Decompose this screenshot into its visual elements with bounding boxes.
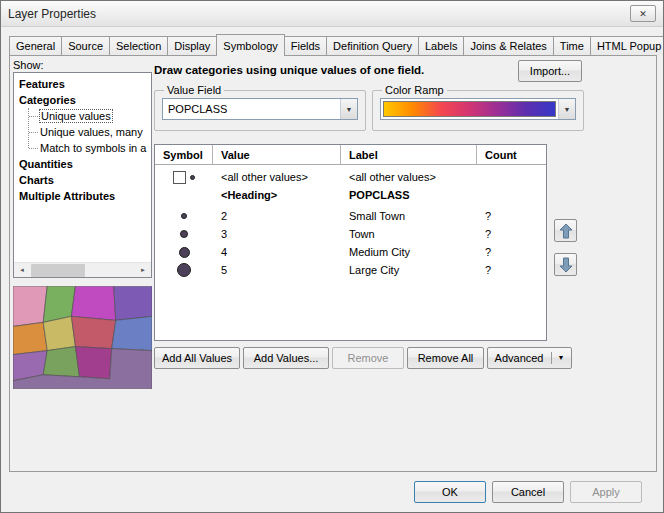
move-down-button[interactable]: [554, 253, 577, 276]
value-cell[interactable]: 2: [213, 210, 341, 222]
apply-button[interactable]: Apply: [570, 481, 642, 503]
tab-selection[interactable]: Selection: [109, 36, 168, 55]
show-tree: Features Categories Unique values Unique…: [14, 73, 151, 204]
scroll-left-icon[interactable]: ◄: [14, 263, 30, 278]
count-cell: ?: [477, 264, 546, 276]
column-header-value[interactable]: Value: [213, 145, 341, 164]
cancel-button[interactable]: Cancel: [492, 481, 564, 503]
label-cell[interactable]: Medium City: [341, 246, 477, 258]
scroll-right-icon[interactable]: ►: [135, 263, 151, 278]
tree-item-unique-values[interactable]: Unique values: [19, 108, 151, 124]
all-other-values-checkbox[interactable]: [173, 171, 186, 184]
tab-display[interactable]: Display: [167, 36, 217, 55]
tab-html-popup[interactable]: HTML Popup: [590, 36, 664, 55]
tab-general[interactable]: General: [9, 36, 62, 55]
label-cell[interactable]: Large City: [341, 264, 477, 276]
tab-source[interactable]: Source: [61, 36, 110, 55]
show-label: Show:: [13, 59, 44, 71]
table-row-heading[interactable]: <Heading> POPCLASS: [155, 186, 546, 204]
table-row-2[interactable]: 2 Small Town ?: [155, 207, 546, 225]
label-cell[interactable]: Small Town: [341, 210, 477, 222]
categories-children: Unique values Unique values, many Match …: [19, 108, 151, 156]
color-ramp-dropdown[interactable]: ▼: [380, 98, 576, 120]
advanced-button-label: Advanced: [495, 352, 544, 364]
symbology-tab-page: Show: Features Categories Unique values …: [9, 55, 657, 472]
value-cell[interactable]: 4: [213, 246, 341, 258]
count-cell: ?: [477, 210, 546, 222]
label-cell[interactable]: Town: [341, 228, 477, 240]
tab-bar: General Source Selection Display Symbolo…: [9, 34, 664, 56]
map-preview: [13, 286, 152, 389]
value-cell[interactable]: <all other values>: [213, 171, 341, 183]
table-row-all-other-values[interactable]: <all other values> <all other values>: [155, 168, 546, 186]
import-button[interactable]: Import...: [518, 60, 582, 82]
value-field-dropdown[interactable]: POPCLASS ▼: [162, 98, 358, 120]
add-values-button[interactable]: Add Values...: [243, 347, 329, 369]
count-cell: ?: [477, 246, 546, 258]
tree-item-match-symbols[interactable]: Match to symbols in a: [19, 140, 151, 156]
tab-joins-relates[interactable]: Joins & Relates: [463, 36, 553, 55]
chevron-down-icon[interactable]: ▼: [558, 99, 575, 119]
label-cell[interactable]: <all other values>: [341, 171, 477, 183]
symbol-cell: [155, 247, 213, 258]
window-title: Layer Properties: [8, 7, 96, 21]
layer-properties-dialog: Layer Properties ✕ General Source Select…: [0, 0, 664, 513]
value-field-value: POPCLASS: [163, 99, 340, 119]
color-ramp-swatch: [383, 101, 556, 117]
point-symbol-icon[interactable]: [179, 247, 190, 258]
point-symbol-icon[interactable]: [190, 175, 195, 180]
symbol-cell: [155, 263, 213, 277]
advanced-button[interactable]: Advanced ▼: [487, 347, 572, 369]
tree-item-multiple-attributes[interactable]: Multiple Attributes: [19, 188, 151, 204]
show-tree-listbox: Features Categories Unique values Unique…: [13, 72, 152, 278]
color-ramp-label: Color Ramp: [382, 84, 447, 96]
ok-button[interactable]: OK: [414, 481, 486, 503]
value-cell[interactable]: 5: [213, 264, 341, 276]
point-symbol-icon[interactable]: [181, 213, 187, 219]
symbol-cell: [155, 230, 213, 238]
tree-item-charts[interactable]: Charts: [19, 172, 151, 188]
tree-item-unique-values-many[interactable]: Unique values, many: [19, 124, 151, 140]
column-header-label[interactable]: Label: [341, 145, 477, 164]
tab-fields[interactable]: Fields: [284, 36, 327, 55]
column-header-count[interactable]: Count: [477, 145, 546, 164]
point-symbol-icon[interactable]: [177, 263, 191, 277]
chevron-down-icon[interactable]: ▼: [340, 99, 357, 119]
chevron-down-icon[interactable]: ▼: [551, 352, 565, 364]
label-cell[interactable]: POPCLASS: [341, 189, 477, 201]
tree-item-categories[interactable]: Categories: [19, 92, 151, 108]
symbol-cell: [155, 171, 213, 184]
tree-horizontal-scrollbar[interactable]: ◄ ►: [14, 262, 151, 277]
tab-labels[interactable]: Labels: [418, 36, 464, 55]
table-row-3[interactable]: 3 Town ?: [155, 225, 546, 243]
map-preview-image: [13, 286, 152, 389]
tab-definition-query[interactable]: Definition Query: [326, 36, 419, 55]
scrollbar-thumb[interactable]: [31, 264, 85, 277]
tree-item-quantities[interactable]: Quantities: [19, 156, 151, 172]
arrow-up-icon: [559, 223, 573, 239]
move-up-button[interactable]: [554, 219, 577, 242]
value-field-group: Value Field POPCLASS ▼: [154, 84, 366, 131]
value-cell[interactable]: 3: [213, 228, 341, 240]
values-table: Symbol Value Label Count <all other valu…: [154, 144, 547, 341]
count-cell: ?: [477, 228, 546, 240]
point-symbol-icon[interactable]: [180, 230, 188, 238]
value-cell[interactable]: <Heading>: [213, 189, 341, 201]
column-header-symbol[interactable]: Symbol: [155, 145, 213, 164]
tree-item-features[interactable]: Features: [19, 76, 151, 92]
dialog-footer: OK Cancel Apply: [414, 481, 642, 503]
table-row-5[interactable]: 5 Large City ?: [155, 261, 546, 279]
scrollbar-track[interactable]: [30, 263, 135, 277]
arrow-down-icon: [559, 257, 573, 273]
tab-time[interactable]: Time: [553, 36, 591, 55]
table-header: Symbol Value Label Count: [155, 145, 546, 165]
add-all-values-button[interactable]: Add All Values: [154, 347, 240, 369]
table-row-4[interactable]: 4 Medium City ?: [155, 243, 546, 261]
tab-symbology[interactable]: Symbology: [216, 34, 284, 56]
remove-button[interactable]: Remove: [332, 347, 404, 369]
panel-description: Draw categories using unique values of o…: [154, 64, 514, 76]
remove-all-button[interactable]: Remove All: [407, 347, 484, 369]
close-icon: ✕: [639, 9, 647, 19]
close-button[interactable]: ✕: [630, 5, 656, 22]
value-field-label: Value Field: [164, 84, 224, 96]
